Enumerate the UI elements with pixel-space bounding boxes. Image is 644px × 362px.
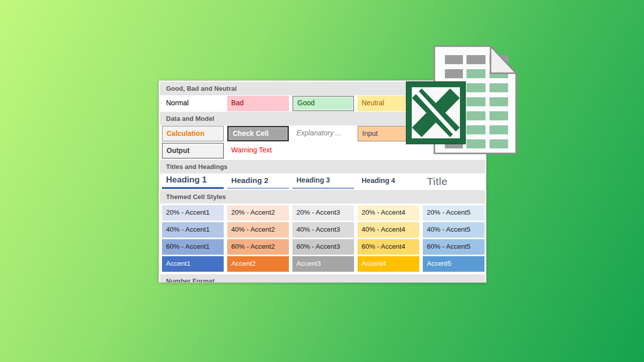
style-heading-1[interactable]: Heading 1 <box>162 173 224 189</box>
excel-file-icon <box>401 43 522 158</box>
style-60-accent2[interactable]: 60% - Accent2 <box>227 239 289 255</box>
style-accent4[interactable]: Accent4 <box>358 256 419 272</box>
style-40-accent2[interactable]: 40% - Accent2 <box>227 222 289 238</box>
style-20-accent4[interactable]: 20% - Accent4 <box>358 205 419 221</box>
style-accent1[interactable]: Accent1 <box>162 256 224 272</box>
style-20-accent1[interactable]: 20% - Accent1 <box>162 205 224 221</box>
style-title[interactable]: Title <box>423 173 485 189</box>
style-accent2[interactable]: Accent2 <box>227 256 289 272</box>
excel-x-logo <box>406 82 465 144</box>
style-40-accent1[interactable]: 40% - Accent1 <box>162 222 224 238</box>
style-accent5[interactable]: Accent5 <box>423 256 485 272</box>
section-header-number-format: Number Format <box>160 274 485 283</box>
style-40-accent4[interactable]: 40% - Accent4 <box>358 222 419 238</box>
style-heading-4[interactable]: Heading 4 <box>358 173 419 189</box>
style-60-accent3[interactable]: 60% - Accent3 <box>292 239 354 255</box>
style-output[interactable]: Output <box>162 143 224 158</box>
style-heading-2[interactable]: Heading 2 <box>227 173 289 189</box>
style-60-accent5[interactable]: 60% - Accent5 <box>423 239 485 255</box>
style-warning-text[interactable]: Warning Text <box>227 143 289 158</box>
style-20-accent3[interactable]: 20% - Accent3 <box>292 205 354 221</box>
style-explanatory[interactable]: Explanatory ... <box>292 126 354 141</box>
style-20-accent5[interactable]: 20% - Accent5 <box>423 205 485 221</box>
style-heading-3[interactable]: Heading 3 <box>292 173 354 189</box>
style-accent3[interactable]: Accent3 <box>292 256 354 272</box>
style-bad[interactable]: Bad <box>227 96 289 111</box>
style-40-accent5[interactable]: 40% - Accent5 <box>423 222 485 238</box>
style-good-selected[interactable]: Good <box>292 96 354 111</box>
section-header-titles-and-headings: Titles and Headings <box>160 160 485 173</box>
style-60-accent4[interactable]: 60% - Accent4 <box>358 239 419 255</box>
style-normal[interactable]: Normal <box>162 96 224 111</box>
style-calculation[interactable]: Calculation <box>162 126 224 141</box>
style-check-cell[interactable]: Check Cell <box>227 126 289 141</box>
style-60-accent1[interactable]: 60% - Accent1 <box>162 239 224 255</box>
style-40-accent3[interactable]: 40% - Accent3 <box>292 222 354 238</box>
section-header-themed-cell-styles: Themed Cell Styles <box>160 190 485 204</box>
style-20-accent2[interactable]: 20% - Accent2 <box>227 205 289 221</box>
